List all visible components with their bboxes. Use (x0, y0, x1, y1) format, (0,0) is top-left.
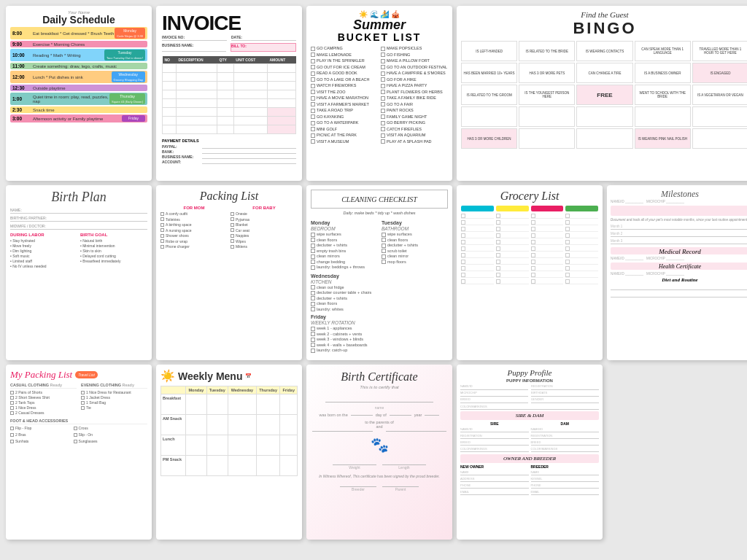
bingo-cell: HAS 3 OR MORE CHILDREN (461, 128, 517, 149)
bingo-cell: IS LEFT-HANDED (461, 41, 517, 61)
bingo-main-title: BINGO (461, 19, 747, 38)
birth-cert-witness: In Witness Whereof, This certificate has… (312, 474, 446, 478)
travel-badge: Travel List (75, 371, 98, 378)
bingo-cell: CAN SPEAK MORE THAN 1 LANGUAGE (635, 41, 691, 61)
bingo-cell: IS A VEGETARIAN OR VEGAN (692, 85, 747, 105)
invoice-table: NO DESCRIPTION QTY UNIT COST AMOUNT (162, 56, 296, 134)
health-cert-title: Health Certificate (611, 262, 747, 271)
bingo-cell (576, 106, 632, 127)
my-packing-list-card: My Packing List Travel List CASUAL CLOTH… (6, 365, 152, 540)
cleaning-subtitle: Daily: make beds * tidy up * wash dishes (311, 211, 448, 215)
invoice-date-field: DATE: (231, 35, 296, 41)
bingo-cell (635, 106, 691, 127)
bingo-cell: IS RELATED TO THE GROOM (461, 85, 517, 105)
birth-plan-title: Birth Plan (10, 190, 147, 205)
bingo-cell: IS THE YOUNGEST PERSON HERE (519, 85, 575, 105)
weekly-menu-card: ☀️ Weekly Menu 📅 Monday Tuesday Wednesda… (156, 365, 302, 540)
birth-certificate-card: Birth Certificate This is to certify tha… (306, 365, 452, 540)
menu-breakfast-row: Breakfast (161, 394, 298, 415)
puppy-profile-title: Puppy Profile (460, 368, 599, 377)
packing-list-title: Packing List (160, 190, 298, 203)
bingo-script-title: Find the Guest (461, 10, 747, 19)
schedule-row-9am: 9:00 Exercise * Morning Chores (10, 41, 147, 47)
menu-title: Weekly Menu (178, 370, 242, 382)
bingo-cell: HAS BEEN MARRIED 10+ YEARS (461, 63, 517, 83)
invoice-no-field: INVOICE NO: (162, 35, 227, 41)
schedule-row-8am: 8:00 Eat breakfast * Get dressed * Brush… (10, 27, 147, 39)
invoice-row-3 (163, 82, 296, 90)
cleaning-bathroom-label: BATHROOM (382, 226, 448, 231)
puppy-info-section: PUPPY INFORMATION (460, 378, 599, 383)
medical-record-title: Medical Record (611, 247, 747, 256)
menu-amsnack-row: AM Snack (161, 415, 298, 435)
cleaning-kitchen-label: KITCHEN (311, 279, 448, 284)
invoice-row-6 (163, 108, 296, 117)
invoice-card: INVOICE INVOICE NO: DATE: BUSINESS NAME:… (156, 6, 302, 181)
owner-breeder-title: OWNER AND BREEDER (460, 454, 599, 463)
invoice-row-8 (163, 125, 296, 134)
birth-cert-title: Birth Certificate (312, 370, 446, 384)
bingo-cell: IS RELATED TO THE BRIDE (519, 41, 575, 61)
bingo-cell (692, 128, 747, 149)
birth-cert-subtitle: This is to certify that (312, 385, 446, 389)
birth-cert-name-field (325, 395, 433, 402)
invoice-row-7 (163, 117, 296, 125)
schedule-row-11am: 11:00 Create something: draw, lego, craf… (10, 63, 147, 69)
calendar-icon: 📅 (245, 373, 252, 379)
summer-subtitle: BUCKET LIST (311, 31, 448, 43)
schedule-row-12pm: 12:00 Lunch * Put dishes in sink Wednesd… (10, 71, 147, 83)
cleaning-tuesday: Tuesday (382, 220, 448, 225)
cleaning-friday: Friday (311, 314, 448, 319)
bingo-cell: WENT TO SCHOOL WITH THE BRIDE (635, 85, 691, 105)
my-packing-title: My Packing List (10, 369, 72, 381)
schedule-row-1230pm: 12:30 Outside playtime (10, 85, 147, 91)
invoice-row-5 (163, 99, 296, 108)
schedule-row-1pm: 1:00 Quiet time in room: play, read, puz… (10, 93, 147, 105)
schedule-row-230pm: 2:30 Snack time (10, 106, 147, 113)
daily-schedule-title: Daily Schedule (10, 15, 147, 26)
bingo-cell: TRAVELLED MORE THAN 1 HOUR TO GET HERE (692, 41, 747, 61)
invoice-row-1 (163, 64, 296, 73)
daily-schedule-card: Your Name Daily Schedule 8:00 Eat breakf… (6, 6, 152, 181)
summer-col-left: GO CAMPING MAKE LEMONADE PLAY IN THE SPR… (311, 46, 378, 145)
sun-icon: ☀️ (160, 369, 175, 383)
paw-icon: 🐾 (312, 436, 446, 454)
schedule-row-10am: 10:00 Reading * Math * Writing TuesdayTa… (10, 49, 147, 61)
invoice-row-4 (163, 90, 296, 99)
milestone-card: Milestones NAME/ID __________ MICROCHIP … (607, 185, 747, 360)
bingo-cell: HAS 3 OR MORE PETS (519, 63, 575, 83)
bingo-cell: IS WEARING PINK NAIL POLISH (635, 128, 691, 149)
birth-plan-card: Birth Plan NAME: BIRTHING PARTNER: MIDWI… (6, 185, 152, 360)
cleaning-weekly-label: WEEKLY ROTATION (311, 320, 448, 325)
bingo-cell (692, 106, 747, 127)
summer-col-right: MAKE POPSICLES GO FISHING MAKE A PILLOW … (381, 46, 448, 145)
milestone-title: Milestones (611, 189, 747, 200)
diet-title: Diet and Routine (611, 277, 747, 283)
summer-bucket-card: ☀️ 🌊 🏄 🎪 Summer BUCKET LIST GO CAMPING M… (306, 6, 452, 181)
cleaning-monday: Monday (311, 220, 377, 225)
packing-list-card: Packing List FOR MOM A comfy outfit Toil… (156, 185, 302, 360)
bingo-cell: CAN CHANGE A TIRE (576, 63, 632, 83)
grocery-title: Grocery List (461, 190, 598, 203)
summer-title: Summer (311, 18, 448, 31)
bingo-cell (519, 128, 575, 149)
invoice-payment-section: PAYMENT DETAILS PAYPAL: BANK: BUSINESS N… (162, 139, 296, 164)
cleaning-wednesday: Wednesday (311, 273, 448, 279)
bingo-free-cell: FREE (576, 85, 632, 105)
bingo-cell: IS A BUSINESS OWNER (635, 63, 691, 83)
bingo-cell (461, 106, 517, 127)
milestone-bar (611, 206, 747, 216)
menu-pmsnack-row: PM Snack (161, 456, 298, 476)
bingo-cell (576, 128, 632, 149)
bingo-grid: IS LEFT-HANDED IS RELATED TO THE BRIDE I… (461, 41, 747, 149)
invoice-business-field: BUSINESS NAME: (162, 43, 226, 52)
cleaning-title: CLEANING CHECKLIST (311, 190, 448, 209)
bingo-card: Find the Guest BINGO IS LEFT-HANDED IS R… (457, 6, 747, 181)
bingo-cell (519, 106, 575, 127)
bingo-cell: IS WEARING CONTACTS (576, 41, 632, 61)
invoice-title: INVOICE (162, 12, 296, 35)
puppy-profile-card: Puppy Profile PUPPY INFORMATION NAME/ID … (457, 365, 603, 540)
cleaning-checklist-card: CLEANING CHECKLIST Daily: make beds * ti… (306, 185, 452, 360)
bingo-cell: IS ENGAGED (692, 63, 747, 83)
menu-table: Monday Tuesday Wednesday Thursday Friday… (160, 386, 298, 476)
